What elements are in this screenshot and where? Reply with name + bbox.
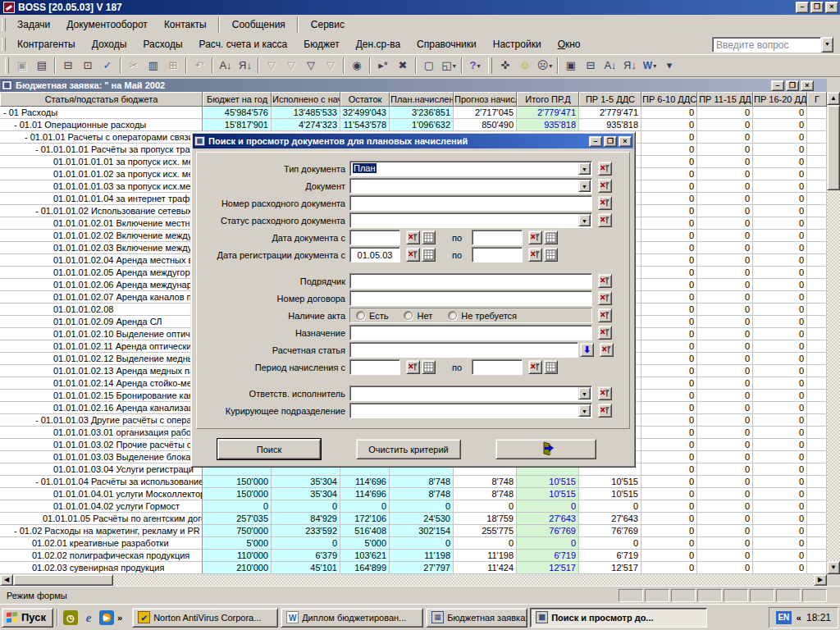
doc-type-clear-icon[interactable] [598, 162, 612, 176]
column-header-8[interactable]: ПР 6-10 ДДС [641, 92, 697, 107]
exit-button[interactable] [495, 439, 596, 459]
column-header-7[interactable]: ПР 1-5 ДДС [579, 92, 641, 107]
save-icon[interactable]: ▣ [13, 57, 31, 75]
menu-grip2[interactable] [2, 38, 6, 51]
expense-doc-status-dropdown-icon[interactable]: ▼ [578, 214, 591, 226]
sort-descending-icon[interactable]: Я↓ [236, 57, 254, 75]
table-row[interactable]: - 01.01.01.04 Расчёты за использование15… [0, 476, 827, 488]
module-menu-item-1[interactable]: Доходы [84, 36, 135, 52]
supervising-department-clear-icon[interactable] [598, 404, 612, 418]
scroll-right-icon[interactable]: ▶ [814, 574, 827, 586]
column-header-6[interactable]: Итого ПР.Д [517, 92, 579, 107]
module-menu-item-2[interactable]: Расходы [135, 36, 190, 52]
doc-type-dropdown-icon[interactable]: ▼ [578, 162, 591, 175]
new-form-icon[interactable]: ◱▾ [440, 57, 458, 75]
internet-explorer-icon[interactable]: e [81, 610, 96, 625]
contractor-input[interactable] [349, 273, 592, 289]
vertical-scrollbar[interactable]: ▲ ▼ [827, 92, 840, 574]
dropdown-arrow-icon[interactable]: ▾ [549, 62, 552, 70]
module-menu-item-4[interactable]: Бюджет [295, 36, 347, 52]
document-clear-icon[interactable] [598, 179, 612, 193]
ask-question-box[interactable]: Введите вопрос ▼ [712, 37, 833, 52]
minimize-icon[interactable]: – [796, 2, 809, 13]
child-maximize-icon[interactable]: ❐ [786, 80, 799, 91]
table-row[interactable]: - 01.01 Операционные расходы15'817'9014'… [0, 119, 827, 131]
report-preview-icon[interactable]: ▤ [33, 57, 51, 75]
save2-icon[interactable]: ▣ [562, 57, 580, 75]
module-menu-item-5[interactable]: Ден.ср-ва [348, 36, 409, 52]
column-header-11[interactable]: Г [807, 92, 827, 107]
find-icon[interactable]: ◉ [348, 57, 366, 75]
menu-grip[interactable] [2, 18, 6, 31]
module-menu-item-7[interactable]: Настройки [485, 36, 550, 52]
filter-apply-icon[interactable]: ▽ [302, 57, 320, 75]
doc-date-from-input[interactable] [349, 230, 400, 245]
vertical-scroll-thumb[interactable] [827, 105, 840, 190]
table-row[interactable]: - 01 Расходы45'984'57613'485'53332'499'0… [0, 107, 827, 119]
responsible-executor-clear-icon[interactable] [598, 386, 612, 400]
column-header-1[interactable]: Бюджет на год [203, 92, 272, 107]
sort-ascending-icon[interactable]: А↓ [217, 57, 235, 75]
print2-icon[interactable]: ⊟ [582, 57, 600, 75]
doc-type-combobox[interactable]: План▼ [349, 161, 592, 176]
doc-date-from-calendar-icon[interactable] [422, 231, 436, 244]
new-record-icon[interactable]: ▸* [374, 57, 392, 75]
expense-doc-number-input[interactable] [349, 195, 592, 211]
dialog-maximize-icon[interactable]: ❐ [604, 136, 617, 147]
taskbar-task-1[interactable]: WДиплом бюджетирован... [281, 608, 423, 628]
registration-date-from-clear-icon[interactable] [406, 248, 420, 262]
child-minimize-icon[interactable]: – [771, 80, 784, 91]
column-header-5[interactable]: Прогноз начисл [454, 92, 517, 107]
print-icon[interactable]: ⊟ [59, 57, 77, 75]
quick-launch-overflow-icon[interactable]: » [117, 613, 122, 623]
paste-icon[interactable]: ⊞ [164, 57, 182, 75]
scroll-left-icon[interactable]: ◀ [0, 574, 13, 586]
act-presence-option-1[interactable]: Нет [404, 311, 432, 321]
dialog-close-icon[interactable]: × [619, 136, 632, 147]
delete-record-icon[interactable]: ✖ [394, 57, 412, 75]
supervising-department-dropdown-icon[interactable]: ▼ [578, 404, 591, 417]
column-header-3[interactable]: Остаток [340, 92, 390, 107]
accrual-period-from-clear-icon[interactable] [406, 360, 420, 374]
sort-ascending2-icon[interactable]: А↓ [601, 57, 619, 75]
accrual-period-from-calendar-icon[interactable] [422, 360, 436, 374]
expense-doc-status-combobox[interactable]: ▼ [349, 212, 592, 228]
media-player-icon[interactable]: ▶ [99, 610, 114, 625]
horizontal-scrollbar[interactable]: ◀ ▶ [0, 574, 827, 586]
column-header-2[interactable]: Исполнено с нач [272, 92, 340, 107]
horizontal-scroll-track[interactable] [113, 574, 814, 586]
calc-article-clear-icon[interactable] [600, 343, 614, 357]
child-close-icon[interactable]: × [801, 80, 814, 91]
filter-by-form-icon[interactable]: ▽ [282, 57, 300, 75]
registration-date-to-input[interactable] [472, 247, 523, 262]
calc-article-pick-icon[interactable]: ⬇ [580, 343, 594, 357]
pin-icon[interactable]: ✜ [496, 57, 514, 75]
responsible-executor-combobox[interactable]: ▼ [349, 386, 592, 401]
act-presence-radio-icon[interactable] [448, 311, 457, 320]
restore-icon[interactable]: ❐ [810, 2, 824, 13]
filter-remove-icon[interactable]: ▽ [322, 57, 340, 75]
registration-date-to-calendar-icon[interactable] [544, 248, 558, 262]
registration-date-to-clear-icon[interactable] [528, 248, 542, 262]
contract-number-input[interactable] [349, 290, 592, 306]
taskbar-task-2[interactable]: ▦Бюджетная заявка: " н... [426, 608, 527, 628]
expense-doc-number-clear-icon[interactable] [598, 196, 612, 210]
clear-criteria-button[interactable]: Очистить критерий [356, 439, 461, 459]
purpose-input[interactable] [349, 325, 592, 340]
smile-icon[interactable]: ☺ [516, 57, 534, 75]
sort-descending2-icon[interactable]: Я↓ [621, 57, 639, 75]
word-export-icon[interactable]: W▾ [641, 57, 659, 75]
module-menu-item-0[interactable]: Контрагенты [9, 36, 84, 52]
print-preview-icon[interactable]: ⊡ [79, 57, 97, 75]
act-presence-radio-icon[interactable] [356, 311, 365, 320]
table-row[interactable]: 01.01.01.04.02 услуги Гормост0000000000 [0, 500, 827, 513]
registration-date-from-calendar-icon[interactable] [422, 248, 436, 262]
table-row[interactable]: 01.02.03 сувенирная продукция210'00045'1… [0, 562, 827, 574]
act-presence-option-0[interactable]: Есть [356, 311, 388, 321]
column-header-4[interactable]: План.начислен [390, 92, 454, 107]
doc-date-to-calendar-icon[interactable] [544, 231, 558, 244]
table-row[interactable]: 01.02.01 креативные разработки5'00005'00… [0, 537, 827, 550]
menu-item-4[interactable]: Сервис [303, 16, 353, 33]
toolbar-grip[interactable] [488, 57, 492, 74]
dropdown-arrow-icon[interactable]: ▾ [653, 62, 656, 70]
